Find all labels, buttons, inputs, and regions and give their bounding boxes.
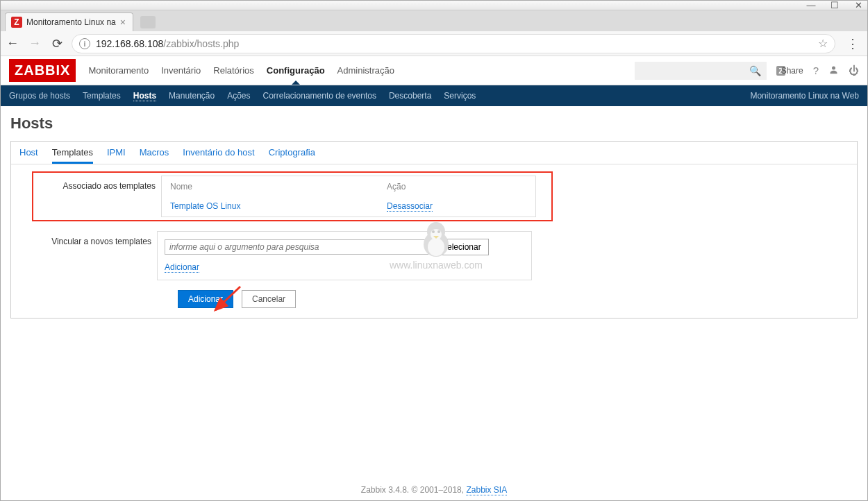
window-titlebar: — ☐ ✕ [1, 1, 867, 10]
subnav-manutencao[interactable]: Manutenção [169, 91, 215, 101]
topnav-inventario[interactable]: Inventário [161, 57, 201, 84]
tab-ipmi[interactable]: IPMI [107, 147, 126, 164]
footer-text: Zabbix 3.4.8. © 2001–2018, [361, 485, 467, 495]
subnav-acoes[interactable]: Ações [227, 91, 250, 101]
topnav-administracao[interactable]: Administração [337, 57, 394, 84]
power-icon[interactable]: ⏻ [849, 65, 859, 76]
tab-templates[interactable]: Templates [52, 147, 93, 164]
subnav-right-text: Monitoramento Linux na Web [750, 91, 859, 101]
address-bar[interactable]: i 192.168.68.108/zabbix/hosts.php ☆ [72, 34, 835, 53]
global-search[interactable]: 🔍 [635, 62, 767, 80]
page-content: Hosts Host Templates IPMI Macros Inventá… [1, 106, 867, 327]
tab-host[interactable]: Host [19, 147, 38, 164]
main-panel: Host Templates IPMI Macros Inventário do… [10, 141, 858, 319]
link-new-box: Selecionar Adicionar [157, 231, 532, 280]
footer: Zabbix 3.4.8. © 2001–2018, Zabbix SIA [1, 485, 867, 495]
browser-menu-button[interactable]: ⋮ [842, 36, 863, 51]
subnav-grupos[interactable]: Grupos de hosts [9, 91, 70, 101]
cancel-button[interactable]: Cancelar [242, 290, 296, 308]
global-search-input[interactable] [640, 66, 749, 76]
tab-macros[interactable]: Macros [140, 147, 169, 164]
forward-button[interactable]: → [27, 36, 42, 51]
add-template-link[interactable]: Adicionar [165, 262, 199, 273]
associated-templates-table: Nome Ação Template OS Linux Desassociar [161, 176, 536, 217]
subnav-servicos[interactable]: Serviços [444, 91, 476, 101]
subnav-templates[interactable]: Templates [83, 91, 121, 101]
topnav-monitoramento[interactable]: Monitoramento [88, 57, 149, 84]
subnav-hosts[interactable]: Hosts [133, 91, 156, 101]
url-path: /zabbix/hosts.php [163, 38, 239, 49]
browser-tab-title: Monitoramento Linux na [26, 17, 116, 27]
subnav-descoberta[interactable]: Descoberta [389, 91, 431, 101]
url-host: 192.168.68.108 [96, 38, 163, 49]
subnav-correlacionamento[interactable]: Correlacionamento de eventos [263, 91, 376, 101]
help-icon[interactable]: ? [813, 65, 819, 76]
highlight-box: Associado aos templates Nome Ação Templa… [32, 171, 553, 221]
window-maximize-button[interactable]: ☐ [830, 1, 840, 10]
template-link[interactable]: Template OS Linux [170, 201, 240, 211]
topnav-relatorios[interactable]: Relatórios [213, 57, 254, 84]
topnav-configuracao[interactable]: Configuração [267, 57, 325, 84]
reload-button[interactable]: ⟳ [49, 36, 65, 51]
unlink-action[interactable]: Desassociar [387, 201, 433, 212]
back-button[interactable]: ← [5, 36, 20, 51]
table-row: Template OS Linux Desassociar [163, 197, 534, 215]
form-area: Associado aos templates Nome Ação Templa… [11, 164, 857, 308]
template-search-input[interactable] [165, 239, 428, 255]
add-button[interactable]: Adicionar [178, 290, 233, 308]
search-icon[interactable]: 🔍 [749, 65, 761, 76]
share-link[interactable]: Share [781, 66, 803, 76]
browser-tabstrip: Z Monitoramento Linux na × [1, 10, 867, 31]
svg-point-0 [832, 66, 835, 69]
dropdown-indicator-icon [292, 80, 300, 85]
label-link-new: Vincular a novos templates [32, 231, 157, 246]
bookmark-star-icon[interactable]: ☆ [818, 37, 828, 50]
user-icon[interactable] [828, 65, 839, 77]
select-button[interactable]: Selecionar [434, 239, 489, 255]
tab-criptografia[interactable]: Criptografia [269, 147, 315, 164]
site-info-icon[interactable]: i [79, 38, 90, 49]
window-close-button[interactable]: ✕ [853, 1, 863, 10]
top-nav: Monitoramento Inventário Relatórios Conf… [88, 57, 394, 84]
window-minimize-button[interactable]: — [806, 1, 816, 10]
button-row: Adicionar Cancelar [178, 290, 857, 308]
footer-link[interactable]: Zabbix SIA [466, 485, 507, 495]
page-title: Hosts [10, 114, 858, 133]
zabbix-logo[interactable]: ZABBIX [9, 59, 76, 82]
new-tab-button[interactable] [140, 16, 156, 28]
label-associated: Associado aos templates [36, 176, 161, 191]
browser-tab-active[interactable]: Z Monitoramento Linux na × [5, 12, 133, 31]
col-header-name: Nome [163, 178, 378, 196]
browser-window: — ☐ ✕ Z Monitoramento Linux na × ← → ⟳ i… [0, 0, 868, 501]
zabbix-header: ZABBIX Monitoramento Inventário Relatóri… [1, 56, 867, 85]
browser-toolbar: ← → ⟳ i 192.168.68.108/zabbix/hosts.php … [1, 31, 867, 56]
zabbix-subnav: Grupos de hosts Templates Hosts Manutenç… [1, 85, 867, 106]
host-tabs: Host Templates IPMI Macros Inventário do… [11, 142, 857, 164]
tab-close-icon[interactable]: × [120, 17, 126, 28]
tab-inventario[interactable]: Inventário do host [183, 147, 254, 164]
col-header-action: Ação [380, 178, 534, 196]
favicon-icon: Z [11, 17, 22, 28]
